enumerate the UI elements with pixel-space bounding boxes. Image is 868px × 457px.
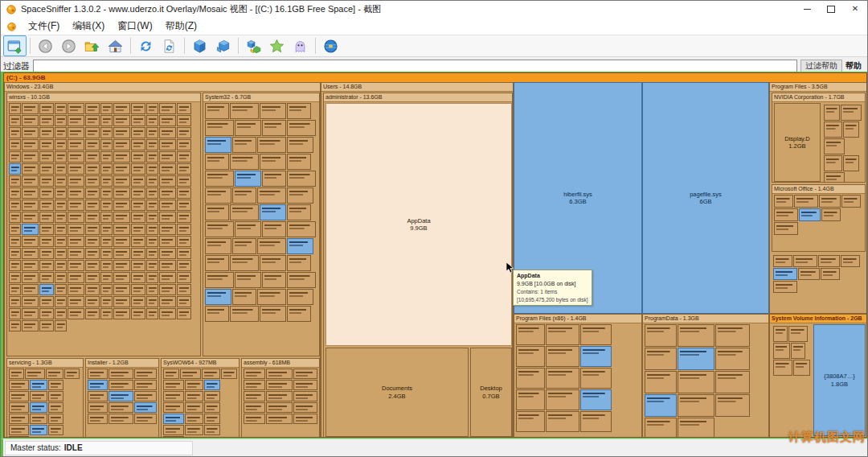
treemap-tile[interactable] [287, 154, 311, 170]
treemap-tile[interactable] [678, 324, 714, 347]
treemap-tile[interactable] [230, 103, 259, 119]
treemap-tile[interactable] [580, 346, 612, 367]
treemap-tile[interactable] [159, 200, 176, 211]
windows-folder[interactable]: Windows - 23.4GBwinsxs - 10.1GBSystem32 … [4, 82, 321, 437]
treemap-tile[interactable] [645, 394, 677, 417]
treemap-tile[interactable] [266, 368, 293, 379]
treemap-tile[interactable] [260, 255, 286, 271]
treemap-tile[interactable] [773, 360, 792, 376]
treemap-tile[interactable] [232, 137, 256, 153]
treemap-tile[interactable] [88, 391, 108, 401]
treemap-tile[interactable] [516, 368, 545, 389]
treemap-tile[interactable] [293, 380, 317, 390]
treemap-tile[interactable] [85, 139, 100, 150]
treemap-tile[interactable] [85, 163, 100, 175]
treemap-tile[interactable] [113, 236, 130, 247]
treemap-tile[interactable] [100, 103, 113, 114]
treemap-tile[interactable] [146, 272, 158, 283]
treemap-tile[interactable] [146, 224, 158, 235]
treemap-tile[interactable] [48, 425, 63, 435]
treemap-tile[interactable] [788, 326, 808, 342]
treemap-tile[interactable] [257, 289, 286, 305]
treemap-tile[interactable] [108, 391, 133, 401]
treemap-tile[interactable] [546, 324, 579, 345]
treemap-tile[interactable] [793, 360, 810, 376]
treemap-tile[interactable] [163, 402, 184, 413]
treemap-tile[interactable] [85, 248, 100, 259]
treemap-tile[interactable] [9, 139, 21, 150]
treemap-tile[interactable] [205, 120, 234, 136]
treemap-tile[interactable] [293, 368, 317, 379]
treemap-tile[interactable] [841, 105, 862, 121]
treemap-tile[interactable] [68, 212, 84, 223]
treemap-tile[interactable] [824, 138, 845, 154]
treemap-tile[interactable] [85, 284, 100, 295]
treemap-tile[interactable] [9, 115, 21, 126]
treemap-tile[interactable] [180, 368, 201, 379]
treemap-tile[interactable] [9, 296, 21, 307]
treemap-tile[interactable] [22, 175, 39, 187]
treemap-tile[interactable] [9, 224, 21, 235]
treemap-tile[interactable] [9, 391, 29, 401]
treemap-tile[interactable] [100, 200, 113, 211]
treemap-tile[interactable] [262, 171, 286, 187]
treemap-tile[interactable] [85, 260, 100, 271]
treemap-tile[interactable] [55, 163, 67, 175]
treemap-tile[interactable] [257, 187, 286, 204]
treemap-tile[interactable] [266, 402, 293, 413]
treemap-tile[interactable] [39, 139, 54, 150]
treemap-tile[interactable] [260, 154, 286, 170]
treemap-tile[interactable] [205, 272, 234, 288]
msoffice-folder[interactable]: Microsoft Office - 1.4GB [772, 184, 866, 252]
treemap-tile[interactable] [30, 414, 47, 424]
treemap-tile[interactable] [22, 260, 39, 271]
treemap-tile[interactable] [55, 272, 67, 283]
treemap-tile[interactable] [205, 154, 229, 170]
treemap-tile[interactable] [39, 272, 54, 283]
treemap-tile[interactable] [163, 414, 184, 424]
treemap-tile[interactable] [64, 368, 80, 379]
treemap-tile[interactable] [287, 221, 316, 237]
treemap-tile[interactable] [9, 103, 21, 114]
syswow64-folder[interactable]: SysWOW64 - 927MB [161, 358, 240, 437]
treemap-tile[interactable] [287, 238, 313, 254]
treemap-tile[interactable] [39, 200, 54, 211]
treemap-tile[interactable] [159, 212, 176, 223]
treemap-tile[interactable] [131, 127, 145, 138]
menu-item-0[interactable]: 文件(F) [22, 18, 66, 35]
treemap-tile[interactable] [68, 272, 84, 283]
treemap-tile[interactable] [163, 391, 184, 401]
treemap-tile[interactable] [39, 224, 54, 235]
treemap-tile[interactable] [580, 324, 612, 345]
treemap-tile[interactable] [85, 308, 100, 319]
treemap-tile[interactable] [163, 368, 179, 379]
treemap-tile[interactable] [287, 272, 316, 288]
treemap-tile[interactable] [131, 163, 145, 175]
treemap-tile[interactable] [68, 187, 84, 199]
treemap-tile[interactable] [55, 139, 67, 150]
treemap-tile[interactable] [39, 187, 54, 199]
treemap-tile[interactable] [177, 151, 191, 163]
refresh-button[interactable] [134, 35, 158, 56]
treemap-tile[interactable] [204, 380, 220, 390]
treemap-tile[interactable] [85, 127, 100, 138]
treemap-tile[interactable] [645, 348, 677, 370]
treemap-tile[interactable] [68, 103, 84, 114]
treemap-tile[interactable] [55, 236, 67, 247]
treemap-tile[interactable] [146, 296, 158, 307]
treemap-tile[interactable] [85, 224, 100, 235]
treemap-tile[interactable] [113, 224, 130, 235]
treemap-tile[interactable] [580, 368, 612, 389]
treemap-tile[interactable] [177, 200, 191, 211]
treemap-tile[interactable] [9, 212, 21, 223]
treemap-tile[interactable] [85, 236, 100, 247]
treemap-tile[interactable] [131, 260, 145, 271]
treemap-tile[interactable] [113, 151, 130, 163]
documents-folder[interactable]: Documents2.4GB [326, 348, 469, 437]
treemap-tile[interactable] [39, 151, 54, 163]
treemap-tile[interactable] [232, 187, 256, 204]
programdata-folder[interactable]: ProgramData - 1.3GB [642, 314, 769, 437]
treemap-tile[interactable] [9, 272, 21, 283]
treemap-tile[interactable] [48, 402, 63, 413]
treemap-tile[interactable] [22, 236, 39, 247]
